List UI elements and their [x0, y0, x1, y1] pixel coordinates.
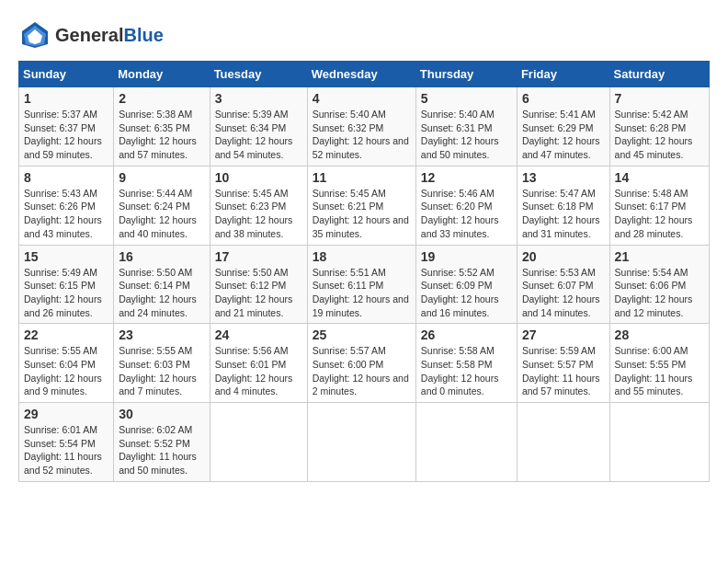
day-number: 19	[421, 249, 512, 264]
day-number: 18	[313, 249, 411, 264]
day-number: 10	[215, 170, 302, 185]
day-detail: Sunrise: 5:55 AMSunset: 6:03 PMDaylight:…	[119, 345, 197, 396]
day-number: 17	[215, 249, 302, 264]
table-row: 29 Sunrise: 6:01 AMSunset: 5:54 PMDaylig…	[19, 403, 114, 482]
day-detail: Sunrise: 5:38 AMSunset: 6:35 PMDaylight:…	[119, 109, 197, 160]
table-row: 20 Sunrise: 5:53 AMSunset: 6:07 PMDaylig…	[517, 245, 609, 324]
day-detail: Sunrise: 5:46 AMSunset: 6:20 PMDaylight:…	[421, 188, 499, 239]
logo-text: GeneralBlue	[55, 25, 164, 45]
col-sunday: Sunday	[19, 62, 114, 87]
day-detail: Sunrise: 5:49 AMSunset: 6:15 PMDaylight:…	[24, 267, 102, 318]
day-number: 6	[522, 91, 605, 106]
calendar-body: 1 Sunrise: 5:37 AMSunset: 6:37 PMDayligh…	[19, 87, 710, 482]
table-row: 16 Sunrise: 5:50 AMSunset: 6:14 PMDaylig…	[114, 245, 210, 324]
day-detail: Sunrise: 5:53 AMSunset: 6:07 PMDaylight:…	[522, 267, 600, 318]
day-number: 9	[119, 170, 204, 185]
calendar-header: Sunday Monday Tuesday Wednesday Thursday…	[19, 62, 710, 87]
table-row: 4 Sunrise: 5:40 AMSunset: 6:32 PMDayligh…	[307, 87, 415, 167]
table-row: 3 Sunrise: 5:39 AMSunset: 6:34 PMDayligh…	[210, 87, 307, 167]
table-row: 19 Sunrise: 5:52 AMSunset: 6:09 PMDaylig…	[415, 245, 517, 324]
day-detail: Sunrise: 5:54 AMSunset: 6:06 PMDaylight:…	[615, 267, 693, 318]
col-thursday: Thursday	[415, 62, 517, 87]
table-row: 21 Sunrise: 5:54 AMSunset: 6:06 PMDaylig…	[609, 245, 709, 324]
day-number: 25	[313, 327, 411, 342]
day-number: 13	[522, 170, 605, 185]
day-number: 12	[421, 170, 512, 185]
day-number: 11	[313, 170, 411, 185]
table-row: 15 Sunrise: 5:49 AMSunset: 6:15 PMDaylig…	[19, 245, 114, 324]
day-number: 26	[421, 327, 512, 342]
table-row: 24 Sunrise: 5:56 AMSunset: 6:01 PMDaylig…	[210, 324, 307, 403]
day-number: 15	[24, 249, 108, 264]
table-row: 12 Sunrise: 5:46 AMSunset: 6:20 PMDaylig…	[415, 166, 517, 245]
table-row: 5 Sunrise: 5:40 AMSunset: 6:31 PMDayligh…	[415, 87, 517, 167]
day-number: 27	[522, 327, 605, 342]
col-saturday: Saturday	[609, 62, 709, 87]
day-number: 5	[421, 91, 512, 106]
logo: GeneralBlue	[18, 18, 164, 52]
table-row: 2 Sunrise: 5:38 AMSunset: 6:35 PMDayligh…	[114, 87, 210, 167]
day-number: 28	[615, 327, 704, 342]
table-row	[210, 403, 307, 482]
col-wednesday: Wednesday	[307, 62, 415, 87]
day-detail: Sunrise: 5:41 AMSunset: 6:29 PMDaylight:…	[522, 109, 600, 160]
day-detail: Sunrise: 5:40 AMSunset: 6:31 PMDaylight:…	[421, 109, 499, 160]
table-row: 7 Sunrise: 5:42 AMSunset: 6:28 PMDayligh…	[609, 87, 709, 167]
table-row: 1 Sunrise: 5:37 AMSunset: 6:37 PMDayligh…	[19, 87, 114, 167]
table-row: 23 Sunrise: 5:55 AMSunset: 6:03 PMDaylig…	[114, 324, 210, 403]
table-row: 10 Sunrise: 5:45 AMSunset: 6:23 PMDaylig…	[210, 166, 307, 245]
table-row: 18 Sunrise: 5:51 AMSunset: 6:11 PMDaylig…	[307, 245, 415, 324]
day-detail: Sunrise: 5:51 AMSunset: 6:11 PMDaylight:…	[313, 267, 409, 318]
table-row: 14 Sunrise: 5:48 AMSunset: 6:17 PMDaylig…	[609, 166, 709, 245]
table-row: 17 Sunrise: 5:50 AMSunset: 6:12 PMDaylig…	[210, 245, 307, 324]
day-number: 16	[119, 249, 204, 264]
day-number: 4	[313, 91, 411, 106]
table-row: 13 Sunrise: 5:47 AMSunset: 6:18 PMDaylig…	[517, 166, 609, 245]
day-number: 24	[215, 327, 302, 342]
table-row	[415, 403, 517, 482]
day-detail: Sunrise: 5:45 AMSunset: 6:23 PMDaylight:…	[215, 188, 293, 239]
col-friday: Friday	[517, 62, 609, 87]
day-detail: Sunrise: 5:37 AMSunset: 6:37 PMDaylight:…	[24, 109, 102, 160]
day-detail: Sunrise: 5:42 AMSunset: 6:28 PMDaylight:…	[615, 109, 693, 160]
day-number: 8	[24, 170, 108, 185]
day-number: 3	[215, 91, 302, 106]
day-detail: Sunrise: 5:45 AMSunset: 6:21 PMDaylight:…	[313, 188, 409, 239]
day-detail: Sunrise: 5:43 AMSunset: 6:26 PMDaylight:…	[24, 188, 102, 239]
day-number: 21	[615, 249, 704, 264]
day-detail: Sunrise: 5:44 AMSunset: 6:24 PMDaylight:…	[119, 188, 197, 239]
day-detail: Sunrise: 5:50 AMSunset: 6:12 PMDaylight:…	[215, 267, 293, 318]
day-number: 30	[119, 407, 204, 421]
table-row: 22 Sunrise: 5:55 AMSunset: 6:04 PMDaylig…	[19, 324, 114, 403]
day-detail: Sunrise: 5:47 AMSunset: 6:18 PMDaylight:…	[522, 188, 600, 239]
day-number: 20	[522, 249, 605, 264]
day-detail: Sunrise: 5:57 AMSunset: 6:00 PMDaylight:…	[313, 345, 409, 396]
day-detail: Sunrise: 6:00 AMSunset: 5:55 PMDaylight:…	[615, 345, 693, 396]
day-detail: Sunrise: 6:01 AMSunset: 5:54 PMDaylight:…	[24, 424, 102, 476]
day-number: 14	[615, 170, 704, 185]
col-tuesday: Tuesday	[210, 62, 307, 87]
day-detail: Sunrise: 5:48 AMSunset: 6:17 PMDaylight:…	[615, 188, 693, 239]
day-number: 22	[24, 327, 108, 342]
logo-icon	[18, 18, 51, 52]
day-number: 23	[119, 327, 204, 342]
table-row: 28 Sunrise: 6:00 AMSunset: 5:55 PMDaylig…	[609, 324, 709, 403]
table-row: 11 Sunrise: 5:45 AMSunset: 6:21 PMDaylig…	[307, 166, 415, 245]
table-row: 8 Sunrise: 5:43 AMSunset: 6:26 PMDayligh…	[19, 166, 114, 245]
table-row: 30 Sunrise: 6:02 AMSunset: 5:52 PMDaylig…	[114, 403, 210, 482]
day-detail: Sunrise: 5:59 AMSunset: 5:57 PMDaylight:…	[522, 345, 600, 396]
day-number: 29	[24, 407, 108, 421]
day-detail: Sunrise: 5:50 AMSunset: 6:14 PMDaylight:…	[119, 267, 197, 318]
day-detail: Sunrise: 5:55 AMSunset: 6:04 PMDaylight:…	[24, 345, 102, 396]
table-row	[517, 403, 609, 482]
day-detail: Sunrise: 5:58 AMSunset: 5:58 PMDaylight:…	[421, 345, 499, 396]
day-detail: Sunrise: 5:40 AMSunset: 6:32 PMDaylight:…	[313, 109, 409, 160]
page-header: GeneralBlue	[18, 18, 710, 52]
day-number: 7	[615, 91, 704, 106]
day-detail: Sunrise: 5:56 AMSunset: 6:01 PMDaylight:…	[215, 345, 293, 396]
col-monday: Monday	[114, 62, 210, 87]
table-row: 25 Sunrise: 5:57 AMSunset: 6:00 PMDaylig…	[307, 324, 415, 403]
day-detail: Sunrise: 5:52 AMSunset: 6:09 PMDaylight:…	[421, 267, 499, 318]
table-row: 27 Sunrise: 5:59 AMSunset: 5:57 PMDaylig…	[517, 324, 609, 403]
table-row: 9 Sunrise: 5:44 AMSunset: 6:24 PMDayligh…	[114, 166, 210, 245]
